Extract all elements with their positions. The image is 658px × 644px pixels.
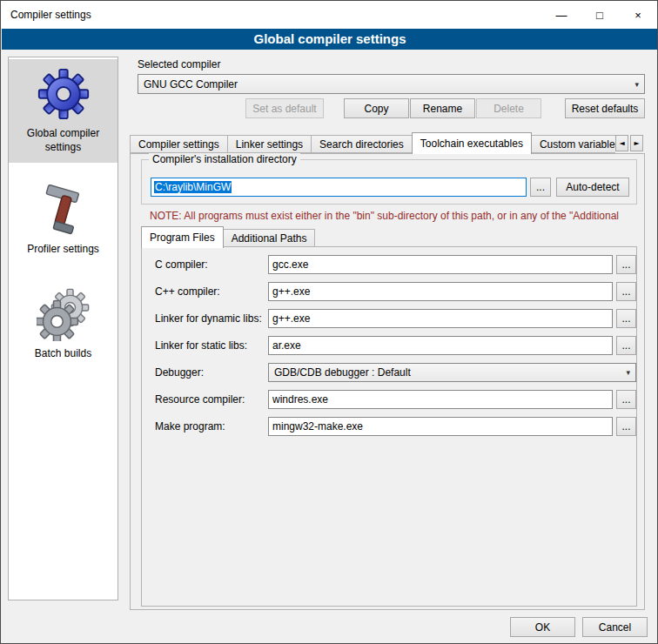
program-files-panel: C compiler: ... C++ compiler: ... Linker… <box>141 246 637 607</box>
titlebar-buttons: — □ × <box>542 1 657 29</box>
gray-gears-icon <box>37 287 91 341</box>
toolchain-executables-panel: Compiler's installation directory C:\ray… <box>130 153 645 610</box>
field-row-debugger: Debugger: GDB/CDB debugger : Default ▾ <box>142 363 636 383</box>
tab-scroll-arrows: ◄ ► <box>615 135 643 151</box>
linker-static-browse-button[interactable]: ... <box>616 336 636 355</box>
field-row-linker-dynamic: Linker for dynamic libs: ... <box>142 309 636 329</box>
tab-search-directories[interactable]: Search directories <box>311 135 413 153</box>
compiler-select[interactable]: GNU GCC Compiler ▾ <box>138 74 645 94</box>
sidebar-item-profiler-settings[interactable]: Profiler settings <box>9 177 118 265</box>
settings-category-list: Global compiler settings Profiler settin… <box>8 57 118 600</box>
field-row-make-program: Make program: ... <box>142 417 636 437</box>
tab-toolchain-executables[interactable]: Toolchain executables <box>412 132 532 154</box>
auto-detect-button[interactable]: Auto-detect <box>556 178 629 197</box>
tab-additional-paths[interactable]: Additional Paths <box>223 229 316 247</box>
cancel-button[interactable]: Cancel <box>582 617 648 637</box>
bin-subdirectory-note: NOTE: All programs must exist either in … <box>150 210 639 222</box>
tab-linker-settings[interactable]: Linker settings <box>227 135 312 153</box>
field-row-linker-static: Linker for static libs: ... <box>142 336 636 356</box>
cpp-compiler-input[interactable] <box>268 282 613 301</box>
tabs: Compiler settings Linker settings Search… <box>130 132 615 154</box>
installation-directory-group-title: Compiler's installation directory <box>149 153 300 165</box>
compiler-settings-dialog: Compiler settings — □ × Global compiler … <box>0 0 658 644</box>
reset-defaults-button[interactable]: Reset defaults <box>565 98 645 118</box>
field-row-cpp-compiler: C++ compiler: ... <box>142 282 636 302</box>
chevron-down-icon: ▾ <box>634 80 639 89</box>
cpp-compiler-browse-button[interactable]: ... <box>616 282 636 301</box>
linker-dynamic-input[interactable] <box>268 309 613 328</box>
cpp-compiler-label: C++ compiler: <box>155 285 220 298</box>
set-as-default-button[interactable]: Set as default <box>245 98 324 118</box>
linker-static-input[interactable] <box>268 336 613 355</box>
field-row-resource-compiler: Resource compiler: ... <box>142 390 636 410</box>
rename-button[interactable]: Rename <box>410 98 475 118</box>
install-dir-browse-button[interactable]: ... <box>530 178 551 197</box>
sidebar-item-label: Global compiler settings <box>10 127 116 154</box>
sidebar-item-label: Batch builds <box>35 347 91 361</box>
field-row-c-compiler: C compiler: ... <box>142 255 636 275</box>
linker-static-label: Linker for static libs: <box>155 339 247 352</box>
window-title: Compiler settings <box>1 9 91 21</box>
ok-button[interactable]: OK <box>510 617 575 637</box>
delete-button[interactable]: Delete <box>476 98 541 118</box>
scroll-tabs-left-icon[interactable]: ◄ <box>615 135 628 151</box>
debugger-label: Debugger: <box>155 366 204 379</box>
settings-tabstrip: Compiler settings Linker settings Search… <box>130 132 645 153</box>
tab-custom-variables[interactable]: Custom variables <box>531 135 615 153</box>
install-dir-selected-text: C:\raylib\MinGW <box>154 181 232 193</box>
sidebar-item-batch-builds[interactable]: Batch builds <box>9 279 118 370</box>
resource-compiler-browse-button[interactable]: ... <box>616 390 636 409</box>
c-compiler-label: C compiler: <box>155 258 208 271</box>
sidebar-item-label: Profiler settings <box>27 243 99 257</box>
tab-compiler-settings[interactable]: Compiler settings <box>130 135 228 153</box>
maximize-icon[interactable]: □ <box>581 1 619 29</box>
debugger-select-value: GDB/CDB debugger : Default <box>274 366 411 379</box>
resource-compiler-input[interactable] <box>268 390 613 409</box>
selected-compiler-label: Selected compiler <box>138 58 220 70</box>
make-program-browse-button[interactable]: ... <box>616 417 636 436</box>
sidebar-item-global-compiler-settings[interactable]: Global compiler settings <box>9 59 118 163</box>
titlebar: Compiler settings — □ × <box>1 1 657 29</box>
install-dir-input[interactable]: C:\raylib\MinGW <box>151 178 527 197</box>
scroll-tabs-right-icon[interactable]: ► <box>630 135 643 151</box>
resource-compiler-label: Resource compiler: <box>155 393 245 406</box>
profiler-tool-icon <box>38 184 89 237</box>
chevron-down-icon: ▾ <box>626 368 630 377</box>
program-files-tabstrip: Program Files Additional Paths <box>141 226 315 248</box>
linker-dynamic-label: Linker for dynamic libs: <box>155 312 262 325</box>
blue-gear-icon <box>37 67 91 121</box>
c-compiler-browse-button[interactable]: ... <box>616 255 636 274</box>
minimize-icon[interactable]: — <box>542 1 581 29</box>
installation-directory-group: Compiler's installation directory C:\ray… <box>141 159 637 205</box>
compiler-select-value: GNU GCC Compiler <box>144 78 238 91</box>
tab-program-files[interactable]: Program Files <box>141 226 224 248</box>
linker-dynamic-browse-button[interactable]: ... <box>616 309 636 328</box>
page-title: Global compiler settings <box>2 29 658 50</box>
copy-button[interactable]: Copy <box>344 98 409 118</box>
close-icon[interactable]: × <box>619 1 657 29</box>
c-compiler-input[interactable] <box>268 255 613 274</box>
make-program-input[interactable] <box>268 417 613 436</box>
installation-directory-row: C:\raylib\MinGW ... Auto-detect <box>151 178 629 197</box>
debugger-select[interactable]: GDB/CDB debugger : Default ▾ <box>268 363 636 382</box>
make-program-label: Make program: <box>155 420 225 433</box>
